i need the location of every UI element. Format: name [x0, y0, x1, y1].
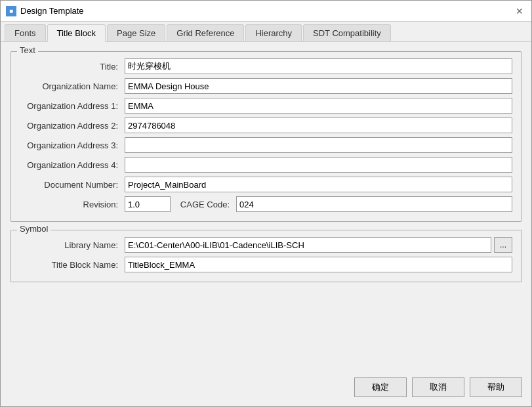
org-addr4-label: Organization Address 4: [20, 160, 125, 170]
confirm-button[interactable]: 确定 [354, 377, 407, 397]
revision-label: Revision: [20, 200, 125, 209]
tab-hierarchy[interactable]: Hierarchy [245, 24, 302, 41]
library-input-group: ... [125, 237, 512, 253]
symbol-section-label: Symbol [17, 224, 51, 234]
cancel-button[interactable]: 取消 [412, 377, 464, 397]
text-section-label: Text [17, 45, 38, 55]
org-addr2-row: Organization Address 2: [20, 118, 512, 133]
cage-code-label: CAGE Code: [171, 200, 236, 209]
org-addr3-input[interactable] [125, 137, 512, 153]
doc-number-row: Document Number: [20, 177, 512, 192]
org-addr4-row: Organization Address 4: [20, 157, 512, 173]
close-button[interactable]: ✕ [513, 5, 526, 18]
tab-title-block[interactable]: Title Block [47, 24, 106, 42]
org-addr1-row: Organization Address 1: [20, 98, 512, 114]
title-block-name-row: Title Block Name: [20, 257, 512, 272]
title-input[interactable] [125, 58, 512, 74]
revision-cage-group: CAGE Code: [125, 196, 512, 212]
title-block-name-input[interactable] [125, 257, 512, 272]
doc-number-input[interactable] [125, 177, 512, 192]
title-bar: ■ Design Template ✕ [1, 1, 531, 22]
org-name-label: Organization Name: [20, 81, 125, 91]
org-addr4-input[interactable] [125, 157, 512, 173]
footer: 确定 取消 帮助 [1, 371, 531, 406]
library-name-input[interactable] [125, 237, 491, 253]
org-addr1-label: Organization Address 1: [20, 101, 125, 111]
revision-input[interactable] [125, 196, 171, 212]
title-block-name-label: Title Block Name: [20, 260, 125, 270]
title-bar-left: ■ Design Template [6, 6, 84, 16]
window-title: Design Template [20, 6, 84, 16]
revision-row: Revision: CAGE Code: [20, 196, 512, 212]
cage-input[interactable] [236, 196, 512, 212]
tab-grid-reference[interactable]: Grid Reference [167, 24, 244, 41]
tab-fonts[interactable]: Fonts [5, 24, 46, 41]
org-addr2-input[interactable] [125, 118, 512, 133]
tab-sdt-compatibility[interactable]: SDT Compatibility [303, 24, 391, 41]
library-name-row: Library Name: ... [20, 237, 512, 253]
title-label: Title: [20, 62, 125, 72]
org-addr1-input[interactable] [125, 98, 512, 114]
symbol-section: Symbol Library Name: ... Title Block Nam… [10, 230, 522, 282]
org-name-input[interactable] [125, 78, 512, 94]
browse-button[interactable]: ... [494, 237, 512, 253]
help-button[interactable]: 帮助 [470, 377, 522, 397]
library-name-label: Library Name: [20, 240, 125, 250]
window-icon: ■ [6, 6, 16, 16]
org-addr3-label: Organization Address 3: [20, 140, 125, 150]
tab-page-size[interactable]: Page Size [107, 24, 165, 41]
doc-number-label: Document Number: [20, 180, 125, 190]
title-row: Title: [20, 58, 512, 74]
tab-bar: Fonts Title Block Page Size Grid Referen… [1, 22, 531, 42]
org-addr2-label: Organization Address 2: [20, 121, 125, 131]
org-name-row: Organization Name: [20, 78, 512, 94]
text-section: Text Title: Organization Name: Organizat… [10, 51, 522, 222]
org-addr3-row: Organization Address 3: [20, 137, 512, 153]
tab-content: Text Title: Organization Name: Organizat… [1, 42, 531, 371]
main-window: ■ Design Template ✕ Fonts Title Block Pa… [0, 0, 532, 407]
